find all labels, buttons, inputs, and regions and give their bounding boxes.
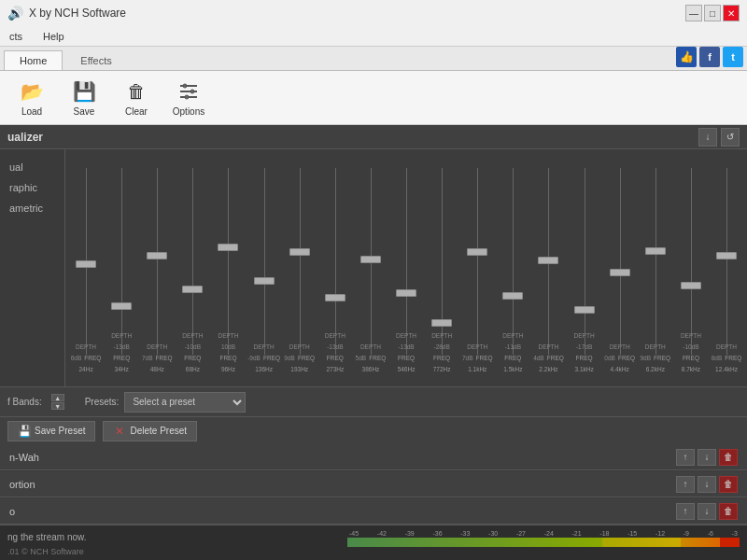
toolbar: 📂 Load 💾 Save 🗑 Clear Options [0, 71, 747, 125]
slider-track-9: DEPTH -13dB FREQ 546Hz [389, 159, 423, 373]
maximize-button[interactable]: □ [704, 5, 721, 21]
slider-thumb-1[interactable] [111, 302, 132, 310]
eq-sidebar-visual[interactable]: ual [0, 157, 64, 177]
bands-spinner[interactable]: ▲ ▼ [51, 394, 64, 410]
clear-button[interactable]: 🗑 Clear [112, 75, 161, 121]
close-button[interactable]: ✕ [723, 5, 740, 21]
slider-thumb-12[interactable] [502, 292, 523, 300]
delete-preset-icon: ✕ [113, 425, 126, 438]
slider-thumb-3[interactable] [182, 286, 203, 293]
slider-track-7: DEPTH -13dB FREQ 273Hz [318, 159, 352, 373]
slider-line [264, 168, 265, 355]
effect-up-btn-0[interactable]: ↑ [676, 449, 695, 466]
slider-thumb-16[interactable] [645, 247, 666, 255]
slider-track-2: DEPTH 7dB FREQ 48Hz [140, 159, 174, 373]
slider-track-8: DEPTH 5dB FREQ 386Hz [354, 159, 388, 373]
slider-thumb-5[interactable] [254, 277, 275, 285]
effect-down-btn-0[interactable]: ↓ [698, 449, 716, 466]
equalizer-section: ualizer ↓ ↺ ual raphic ametric DEPTH 6dB… [0, 125, 747, 444]
effect-delete-btn-0[interactable]: 🗑 [719, 449, 738, 466]
save-preset-button[interactable]: 💾 Save Preset [7, 421, 95, 441]
effect-name-0: n-Wah [9, 452, 39, 463]
effect-name-2: o [9, 506, 15, 517]
copyright: .01 © NCH Software [7, 547, 740, 556]
load-button[interactable]: 📂 Load [7, 75, 56, 121]
vu-meter [347, 538, 740, 547]
slider-thumb-10[interactable] [431, 319, 452, 327]
slider-thumb-7[interactable] [325, 294, 345, 301]
streaming-status: ng the stream now. [7, 532, 87, 542]
slider-thumb-2[interactable] [147, 252, 167, 259]
save-button[interactable]: 💾 Save [60, 75, 108, 121]
slider-track-18: DEPTH 8dB FREQ 12.4kHz [710, 159, 743, 373]
eq-refresh-button[interactable]: ↺ [721, 128, 740, 147]
slider-line [121, 168, 122, 355]
effect-row-0: n-Wah ↑ ↓ 🗑 [0, 444, 747, 470]
slider-thumb-0[interactable] [76, 260, 96, 268]
slider-track-11: DEPTH 7dB FREQ 1.1kHz [460, 159, 494, 373]
slider-thumb-4[interactable] [218, 244, 238, 251]
tab-effects[interactable]: Effects [64, 50, 127, 70]
tab-home[interactable]: Home [4, 50, 63, 70]
presets-label: Presets: [85, 397, 120, 407]
slider-thumb-15[interactable] [610, 269, 630, 276]
effect-name-1: ortion [9, 479, 35, 490]
eq-sidebar-graphic[interactable]: raphic [0, 177, 64, 198]
effect-controls-1: ↑ ↓ 🗑 [676, 476, 738, 493]
slider-line [513, 168, 514, 355]
effect-down-btn-1[interactable]: ↓ [698, 476, 716, 493]
title-bar: 🔊 X by NCH Software — □ ✕ [0, 0, 747, 26]
slider-thumb-14[interactable] [574, 306, 595, 314]
minimize-button[interactable]: — [685, 5, 702, 21]
eq-controls-row: f Bands: ▲ ▼ Presets: Select a preset [0, 386, 747, 416]
bands-label: f Bands: [7, 397, 42, 407]
svg-point-5 [185, 95, 189, 99]
menu-bar: cts Help [0, 26, 747, 47]
slider-line [406, 168, 407, 355]
effect-up-btn-2[interactable]: ↑ [676, 503, 695, 520]
eq-title: ualizer [7, 131, 43, 144]
sliders-container: DEPTH 6dB FREQ 24Hz DEPTH -13dB FREQ 34H… [65, 149, 747, 373]
effect-row-2: o ↑ ↓ 🗑 [0, 498, 747, 525]
effect-row-1: ortion ↑ ↓ 🗑 [0, 471, 747, 497]
effect-down-btn-2[interactable]: ↓ [698, 503, 716, 520]
effect-up-btn-1[interactable]: ↑ [676, 476, 695, 493]
effect-delete-btn-2[interactable]: 🗑 [719, 503, 738, 520]
slider-line [655, 168, 656, 355]
slider-thumb-6[interactable] [289, 248, 310, 256]
slider-track-14: DEPTH -17dB FREQ 3.1kHz [568, 159, 601, 373]
slider-thumb-17[interactable] [681, 282, 701, 289]
slider-thumb-13[interactable] [538, 257, 558, 264]
eq-sliders-area: DEPTH 6dB FREQ 24Hz DEPTH -13dB FREQ 34H… [65, 149, 747, 386]
facebook-button[interactable]: f [699, 47, 720, 67]
bands-spin-down[interactable]: ▼ [51, 402, 64, 410]
slider-thumb-18[interactable] [716, 252, 737, 259]
slider-thumb-11[interactable] [467, 248, 487, 256]
bands-spin-up[interactable]: ▲ [51, 394, 64, 401]
effects-list: n-Wah ↑ ↓ 🗑 ortion ↑ ↓ 🗑 o ↑ ↓ 🗑 [0, 444, 747, 525]
slider-line [335, 168, 336, 355]
slider-line [442, 168, 443, 355]
eq-sidebar: ual raphic ametric [0, 149, 65, 386]
slider-track-15: DEPTH 0dB FREQ 4.4kHz [603, 159, 637, 373]
slider-track-6: DEPTH 9dB FREQ 193Hz [283, 159, 317, 373]
slider-thumb-9[interactable] [396, 289, 416, 297]
slider-track-12: DEPTH -11dB FREQ 1.5kHz [496, 159, 529, 373]
preset-select[interactable]: Select a preset [124, 392, 246, 413]
effect-delete-btn-1[interactable]: 🗑 [719, 476, 738, 493]
slider-track-16: DEPTH 9dB FREQ 6.2kHz [639, 159, 672, 373]
twitter-button[interactable]: t [723, 47, 743, 67]
thumbs-up-button[interactable]: 👍 [676, 47, 697, 67]
menu-effects[interactable]: cts [4, 29, 28, 44]
slider-track-17: DEPTH -10dB FREQ 8.7kHz [674, 159, 708, 373]
delete-preset-button[interactable]: ✕ Delete Preset [103, 421, 197, 441]
save-preset-icon: 💾 [18, 425, 31, 438]
slider-thumb-8[interactable] [360, 256, 381, 263]
slider-line [477, 168, 478, 355]
eq-sidebar-parametric[interactable]: ametric [0, 198, 64, 218]
options-button[interactable]: Options [164, 75, 213, 121]
slider-line [585, 168, 585, 355]
menu-help[interactable]: Help [37, 29, 70, 44]
eq-down-button[interactable]: ↓ [698, 128, 717, 147]
slider-track-10: DEPTH -28dB FREQ 772Hz [425, 159, 458, 373]
